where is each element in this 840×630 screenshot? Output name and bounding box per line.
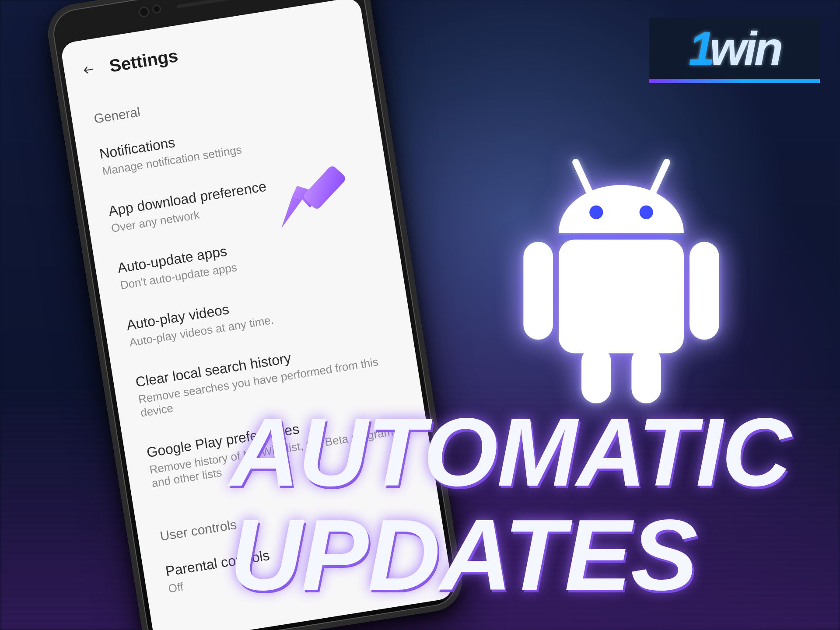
- svg-point-8: [640, 206, 653, 219]
- svg-rect-5: [523, 242, 553, 340]
- svg-rect-9: [559, 235, 684, 239]
- svg-rect-6: [690, 242, 719, 340]
- promo-caption-line-1: AUTOMATIC: [230, 407, 790, 498]
- svg-rect-3: [581, 346, 611, 403]
- android-robot-icon: [508, 153, 735, 416]
- svg-marker-11: [276, 195, 306, 228]
- brand-logo-win: win: [710, 21, 780, 76]
- svg-rect-4: [631, 346, 661, 403]
- svg-line-0: [576, 162, 589, 192]
- brand-logo-one: 1: [689, 21, 712, 76]
- promo-caption-line-2: UPDATES: [230, 508, 697, 603]
- svg-rect-2: [559, 240, 684, 354]
- back-arrow-icon[interactable]: [81, 62, 96, 77]
- settings-title: Settings: [108, 46, 179, 76]
- callout-arrow-icon: [264, 157, 354, 247]
- brand-logo-underline: [649, 79, 820, 83]
- brand-logo: 1win: [649, 18, 820, 79]
- svg-point-7: [589, 206, 603, 219]
- svg-line-1: [653, 162, 667, 192]
